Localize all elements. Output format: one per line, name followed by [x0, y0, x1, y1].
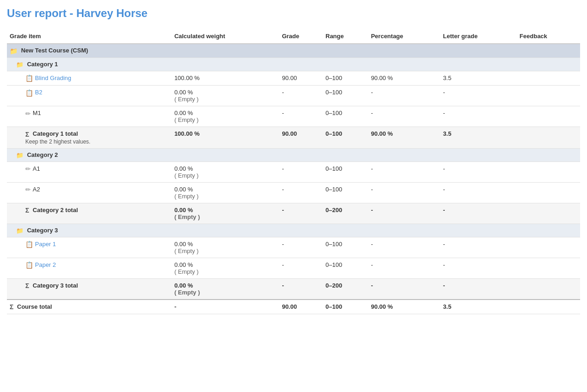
course-total-letter: 3.5	[440, 300, 517, 314]
course-total-grade: 90.00	[279, 300, 323, 314]
course-total-feedback	[517, 300, 580, 314]
category-name: 📁 Category 2	[7, 148, 580, 161]
item-percentage: -	[368, 106, 441, 127]
folder-icon: 📁	[16, 152, 23, 159]
category-total-range: 0–100	[323, 127, 368, 149]
item-calc-weight: 0.00 %( Empty )	[172, 106, 279, 127]
item-percentage: 90.00 %	[368, 71, 441, 86]
empty-label: ( Empty )	[174, 193, 199, 200]
item-percentage: -	[368, 161, 441, 182]
assignment-icon: 📋	[25, 261, 33, 269]
sigma-icon: Σ	[25, 131, 29, 138]
sigma-icon: Σ	[25, 207, 29, 214]
course-total-percentage: 90.00 %	[368, 300, 441, 314]
calc-weight: 0.00 %( Empty )	[174, 110, 199, 123]
page-title-static: User report -	[7, 7, 76, 19]
category-total-letter: -	[440, 203, 517, 224]
category-total-feedback	[517, 127, 580, 149]
col-letter-grade: Letter grade	[440, 29, 517, 44]
empty-label: ( Empty )	[174, 116, 199, 123]
col-calc-weight: Calculated weight	[172, 29, 279, 44]
page-title: User report - Harvey Horse	[7, 7, 580, 20]
item-link[interactable]: 📋Blind Grading	[25, 75, 71, 81]
quiz-icon: ✏	[25, 165, 31, 173]
category-total-range: 0–200	[323, 278, 368, 300]
item-range: 0–100	[323, 237, 368, 258]
item-letter-grade: -	[440, 106, 517, 127]
category-total-name: Σ Category 3 total	[7, 278, 172, 300]
item-feedback	[517, 237, 580, 258]
category-total-percentage: 90.00 %	[368, 127, 441, 149]
item-letter-grade: -	[440, 161, 517, 182]
folder-icon: 📁	[16, 61, 23, 68]
calc-weight: 0.00 %( Empty )	[174, 261, 199, 275]
item-name-cell: 📋Paper 1	[7, 237, 172, 258]
item-grade: -	[279, 86, 323, 106]
total-subtext: Keep the 2 highest values.	[25, 138, 90, 145]
item-row-2-1: 📋Paper 2 0.00 %( Empty ) - 0–100 - -	[7, 258, 580, 278]
item-percentage: -	[368, 86, 441, 106]
empty-label: ( Empty )	[174, 248, 199, 254]
category-total-grade: 90.00	[279, 127, 323, 149]
item-name: ✏A2	[25, 186, 40, 193]
item-range: 0–100	[323, 86, 368, 106]
item-feedback	[517, 86, 580, 106]
course-total-name: Σ Course total	[7, 300, 172, 314]
col-percentage: Percentage	[368, 29, 441, 44]
empty-label: ( Empty )	[174, 172, 199, 179]
item-grade: -	[279, 237, 323, 258]
item-percentage: -	[368, 182, 441, 203]
item-range: 0–100	[323, 161, 368, 182]
item-grade: -	[279, 161, 323, 182]
category-total-row-1: Σ Category 2 total 0.00 %( Empty ) - 0–2…	[7, 203, 580, 224]
course-total-range: 0–100	[323, 300, 368, 314]
calc-weight: 0.00 %( Empty )	[174, 241, 199, 254]
item-row-0-1: 📋B2 0.00 %( Empty ) - 0–100 - -	[7, 86, 580, 106]
item-calc-weight: 0.00 %( Empty )	[172, 182, 279, 203]
item-letter-grade: -	[440, 237, 517, 258]
empty-label: ( Empty )	[174, 213, 200, 220]
item-calc-weight: 0.00 %( Empty )	[172, 86, 279, 106]
quiz-icon: ✏	[25, 110, 31, 117]
item-link[interactable]: 📋Paper 1	[25, 241, 56, 248]
assignment-icon: 📋	[25, 241, 33, 248]
item-name-cell: ✏A1	[7, 161, 172, 182]
category-row-0: 📁 Category 1	[7, 58, 580, 71]
category-row-2: 📁 Category 3	[7, 224, 580, 237]
item-feedback	[517, 71, 580, 86]
page-title-user: Harvey Horse	[76, 7, 148, 19]
item-grade: -	[279, 106, 323, 127]
item-grade: -	[279, 182, 323, 203]
calc-weight: 0.00 %( Empty )	[174, 186, 199, 200]
col-range: Range	[323, 29, 368, 44]
course-total-row: Σ Course total - 90.00 0–100 90.00 % 3.5	[7, 300, 580, 314]
folder-icon: 📁	[10, 47, 17, 55]
empty-label: ( Empty )	[174, 96, 199, 103]
empty-label: ( Empty )	[174, 289, 200, 296]
item-name-cell: 📋Blind Grading	[7, 71, 172, 86]
item-row-1-0: ✏A1 0.00 %( Empty ) - 0–100 - -	[7, 161, 580, 182]
item-feedback	[517, 106, 580, 127]
item-name: ✏A1	[25, 165, 40, 172]
category-total-percentage: -	[368, 278, 441, 300]
category-total-weight: 0.00 %( Empty )	[172, 278, 279, 300]
course-name: 📁 New Test Course (CSM)	[7, 44, 580, 58]
category-total-grade: -	[279, 278, 323, 300]
col-grade-item: Grade item	[7, 29, 172, 44]
category-total-feedback	[517, 278, 580, 300]
calc-weight: 100.00 %	[174, 75, 200, 81]
quiz-icon: ✏	[25, 186, 31, 193]
item-feedback	[517, 258, 580, 278]
item-feedback	[517, 182, 580, 203]
category-row-1: 📁 Category 2	[7, 148, 580, 161]
item-row-0-0: 📋Blind Grading 100.00 % 90.00 0–100 90.0…	[7, 71, 580, 86]
item-letter-grade: -	[440, 86, 517, 106]
item-name-cell: 📋B2	[7, 86, 172, 106]
item-link[interactable]: 📋B2	[25, 89, 42, 96]
item-link[interactable]: 📋Paper 2	[25, 261, 56, 268]
item-row-1-1: ✏A2 0.00 %( Empty ) - 0–100 - -	[7, 182, 580, 203]
assignment-icon: 📋	[25, 89, 33, 97]
sigma-icon: Σ	[10, 303, 13, 311]
item-calc-weight: 0.00 %( Empty )	[172, 258, 279, 278]
item-range: 0–100	[323, 182, 368, 203]
